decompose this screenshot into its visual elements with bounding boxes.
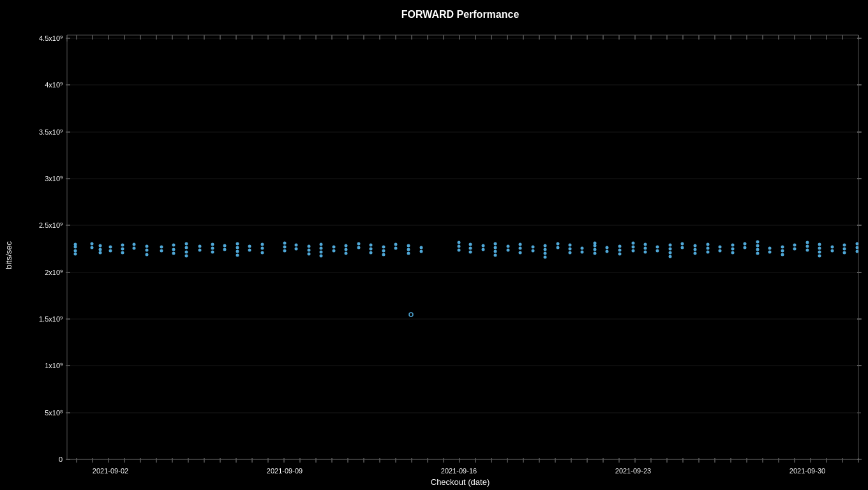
svg-point-238	[544, 252, 547, 255]
svg-point-242	[569, 248, 572, 251]
svg-point-296	[806, 241, 809, 244]
svg-point-222	[469, 251, 472, 254]
svg-point-193	[320, 243, 323, 246]
svg-point-206	[382, 246, 385, 249]
svg-point-216	[420, 250, 423, 253]
y-tick-45e8: 4.5x10⁹	[39, 34, 63, 42]
svg-point-292	[793, 248, 797, 251]
svg-point-198	[345, 244, 348, 248]
svg-point-243	[569, 244, 572, 247]
svg-point-262	[656, 246, 659, 249]
svg-point-224	[482, 244, 485, 248]
svg-point-279	[731, 244, 735, 247]
svg-point-290	[781, 249, 784, 253]
svg-point-264	[669, 248, 672, 251]
svg-point-303	[843, 248, 846, 251]
svg-point-180	[248, 249, 251, 252]
svg-point-141	[74, 249, 77, 253]
svg-point-246	[632, 249, 635, 253]
svg-point-233	[519, 251, 522, 255]
y-tick-3e9: 3x10⁹	[45, 175, 63, 182]
svg-point-174	[223, 244, 227, 248]
svg-point-276	[719, 246, 722, 249]
svg-point-188	[295, 244, 298, 247]
svg-point-301	[831, 246, 834, 249]
svg-point-272	[694, 252, 697, 255]
svg-point-143	[74, 253, 77, 256]
svg-point-144	[91, 246, 94, 249]
svg-point-181	[261, 247, 264, 250]
svg-point-157	[146, 245, 149, 248]
svg-point-187	[295, 248, 298, 251]
svg-point-228	[494, 242, 497, 246]
svg-point-247	[632, 242, 635, 245]
svg-point-201	[357, 246, 361, 249]
svg-point-219	[458, 241, 461, 244]
svg-point-285	[756, 252, 760, 255]
y-tick-4e9: 4x10⁹	[45, 81, 63, 89]
svg-point-284	[756, 244, 760, 248]
x-tick-sep09: 2021-09-09	[267, 467, 303, 475]
svg-point-302	[831, 249, 834, 253]
svg-point-237	[544, 248, 547, 251]
svg-point-215	[420, 246, 423, 249]
svg-point-196	[333, 246, 336, 249]
svg-point-226	[494, 250, 497, 253]
svg-point-191	[308, 253, 311, 256]
svg-point-236	[544, 244, 547, 248]
svg-point-202	[357, 242, 361, 246]
svg-point-197	[333, 249, 336, 253]
svg-point-142	[74, 246, 77, 249]
svg-point-270	[694, 248, 697, 251]
svg-point-209	[394, 247, 398, 250]
svg-point-153	[121, 251, 124, 255]
svg-point-287	[768, 247, 772, 250]
svg-point-156	[146, 249, 149, 252]
svg-point-261	[644, 251, 647, 254]
y-axis-label: bits/sec	[4, 241, 13, 269]
svg-point-256	[618, 245, 622, 248]
svg-point-291	[781, 253, 784, 256]
svg-point-175	[236, 246, 239, 249]
svg-point-252	[594, 252, 597, 255]
svg-point-297	[818, 247, 821, 250]
svg-point-167	[185, 255, 188, 258]
svg-point-184	[283, 246, 287, 249]
svg-point-147	[99, 244, 102, 248]
svg-point-211	[407, 248, 410, 251]
svg-point-234	[532, 246, 535, 249]
svg-point-150	[109, 249, 112, 253]
svg-point-170	[211, 247, 214, 250]
svg-point-166	[185, 251, 188, 254]
svg-point-295	[806, 249, 809, 252]
svg-point-273	[707, 247, 710, 250]
svg-point-176	[236, 250, 239, 253]
svg-point-146	[99, 248, 102, 251]
svg-point-220	[469, 247, 472, 250]
svg-point-241	[557, 242, 560, 246]
y-tick-35e8: 3.5x10⁹	[39, 128, 63, 136]
x-tick-sep23: 2021-09-23	[615, 467, 651, 475]
svg-point-177	[236, 254, 239, 257]
svg-point-271	[694, 244, 697, 248]
svg-point-148	[99, 251, 102, 255]
svg-point-229	[507, 245, 510, 248]
svg-point-217	[458, 245, 461, 248]
y-tick-0: 0	[59, 456, 63, 463]
svg-point-265	[669, 244, 672, 247]
performance-chart: FORWARD Performance bits/sec Checkout (d…	[0, 0, 868, 490]
svg-point-248	[581, 247, 584, 250]
x-axis-label: Checkout (date)	[431, 477, 490, 487]
svg-point-208	[382, 253, 385, 256]
svg-point-195	[320, 255, 323, 258]
svg-point-255	[606, 250, 609, 253]
svg-point-227	[494, 254, 497, 257]
svg-point-257	[618, 249, 622, 252]
svg-point-218	[458, 249, 461, 252]
svg-point-165	[185, 242, 188, 246]
svg-point-171	[211, 251, 214, 254]
svg-point-151	[121, 248, 124, 251]
svg-point-260	[644, 243, 647, 246]
svg-point-277	[719, 249, 722, 253]
svg-point-245	[632, 246, 635, 249]
